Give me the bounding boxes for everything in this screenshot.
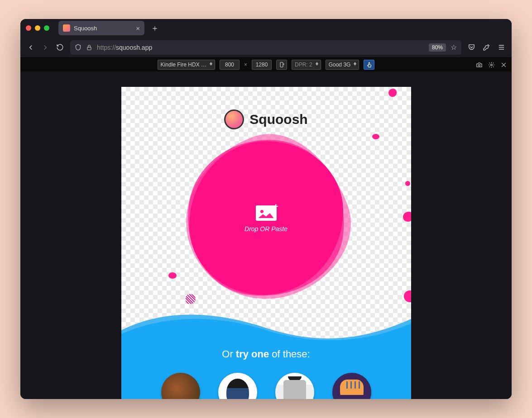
viewport-height-input[interactable] <box>252 60 272 70</box>
device-frame: Squoosh + Drop OR Paste <box>121 87 411 399</box>
wave-divider <box>121 308 411 344</box>
decor-dot <box>405 181 410 186</box>
window-controls <box>26 25 49 31</box>
squoosh-logo-icon <box>224 109 244 129</box>
svg-point-3 <box>491 64 493 66</box>
app-title: Squoosh <box>249 112 307 127</box>
throttle-select[interactable]: Good 3G <box>326 60 359 70</box>
new-tab-button[interactable]: ＋ <box>149 23 161 33</box>
dpr-select[interactable]: DPR: 2 <box>292 60 321 70</box>
viewport-width-input[interactable] <box>220 60 240 70</box>
close-window-button[interactable] <box>26 25 31 31</box>
url-text: https://squoosh.app <box>97 44 424 51</box>
menu-button[interactable] <box>498 43 505 51</box>
add-image-icon: + <box>256 204 277 221</box>
tab-favicon-icon <box>63 24 70 32</box>
viewport-canvas: Squoosh + Drop OR Paste <box>20 71 512 399</box>
sample-image-hand[interactable] <box>332 373 371 399</box>
sample-image-red-panda[interactable] <box>161 373 200 399</box>
pocket-icon[interactable] <box>468 43 475 51</box>
minimize-window-button[interactable] <box>35 25 40 31</box>
forward-button[interactable] <box>41 43 49 52</box>
decor-dot <box>403 212 411 222</box>
wrench-icon[interactable] <box>483 43 490 51</box>
zoom-indicator[interactable]: 80% <box>429 43 446 52</box>
bookmark-star-button[interactable]: ☆ <box>451 43 457 52</box>
decor-dot <box>372 134 379 139</box>
screenshot-icon[interactable] <box>476 62 483 68</box>
drop-label: Drop OR Paste <box>244 225 288 233</box>
device-select[interactable]: Kindle Fire HDX … <box>158 60 215 70</box>
squoosh-app: Squoosh + Drop OR Paste <box>121 87 411 399</box>
touch-simulation-button[interactable] <box>364 60 374 70</box>
browser-window: Squoosh × ＋ https://squoosh.app 80% ☆ <box>20 19 512 399</box>
decor-dot <box>168 272 177 279</box>
app-logo: Squoosh <box>121 109 411 129</box>
svg-point-2 <box>479 64 480 66</box>
shield-icon[interactable] <box>75 44 81 51</box>
tab-title: Squoosh <box>74 25 97 32</box>
samples-heading: Or try one of these: <box>121 348 411 360</box>
decor-dot <box>186 294 196 304</box>
sample-image-device[interactable] <box>275 373 314 399</box>
maximize-window-button[interactable] <box>44 25 49 31</box>
reload-button[interactable] <box>56 43 64 52</box>
toolbar: https://squoosh.app 80% ☆ <box>20 37 512 58</box>
svg-rect-1 <box>280 62 283 67</box>
decor-dot <box>404 290 411 302</box>
dimension-separator: × <box>244 62 247 68</box>
rotate-viewport-button[interactable] <box>276 60 287 70</box>
drop-zone[interactable]: + Drop OR Paste <box>189 141 343 295</box>
address-bar[interactable]: https://squoosh.app 80% ☆ <box>70 40 461 55</box>
settings-gear-icon[interactable] <box>488 62 495 68</box>
close-devtools-button[interactable] <box>500 62 507 68</box>
browser-tab[interactable]: Squoosh × <box>58 21 144 35</box>
responsive-design-bar: Kindle Fire HDX … × DPR: 2 Good 3G <box>20 58 512 71</box>
toolbar-right <box>468 43 505 51</box>
samples-section: Or try one of these: <box>121 308 411 399</box>
sample-image-illustration[interactable] <box>218 373 257 399</box>
back-button[interactable] <box>27 43 35 52</box>
lock-icon[interactable] <box>86 44 92 51</box>
tab-strip: Squoosh × ＋ <box>20 19 512 37</box>
svg-rect-0 <box>87 47 91 50</box>
decor-dot <box>388 89 397 97</box>
tab-close-button[interactable]: × <box>136 24 140 32</box>
